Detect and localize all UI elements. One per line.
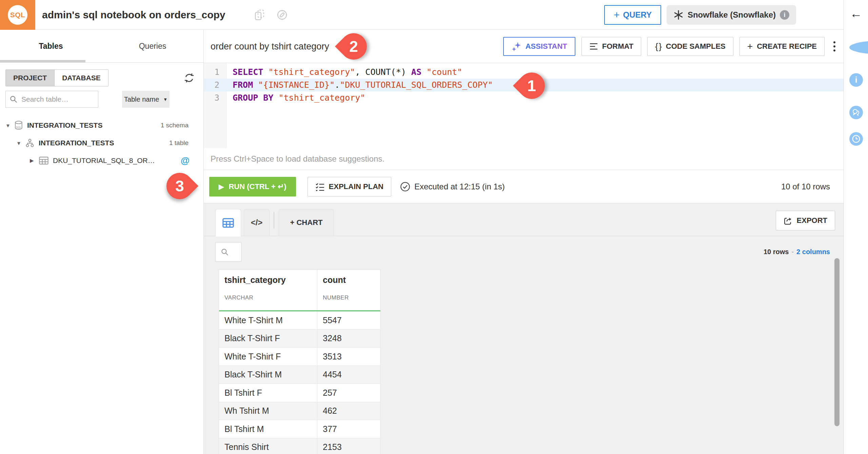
database-icon: SQL [14, 120, 23, 130]
explain-plan-button[interactable]: EXPLAIN PLAN [308, 177, 391, 197]
tab-queries[interactable]: Queries [102, 30, 203, 62]
code-lines: SELECT "tshirt_category", COUNT(*) AS "c… [233, 66, 493, 104]
tree-item-label: DKU_TUTORIAL_SQL_8_OR… [53, 157, 155, 165]
caret-down-icon[interactable]: ▼ [5, 123, 12, 128]
annotation-badge-1: 1 [513, 67, 550, 104]
checklist-icon [315, 182, 325, 191]
table-header: tshirt_category VARCHAR count NUMBER [219, 269, 380, 310]
editor-hint: Press Ctrl+Space to load database sugges… [204, 148, 844, 170]
braces-icon: { } [655, 41, 662, 52]
table-row[interactable]: White T-Shirt M5547 [219, 311, 380, 330]
caret-down-icon[interactable]: ▼ [16, 140, 23, 146]
connection-label: Snowflake (Snowflake) [688, 10, 776, 20]
assistant-button[interactable]: ASSISTANT [503, 37, 575, 56]
query-title[interactable]: order count by tshirt category [211, 30, 329, 63]
sort-dropdown[interactable]: Table name ▼ [122, 91, 170, 108]
check-circle-icon [400, 182, 410, 192]
export-icon [784, 216, 793, 225]
table-cell: 257 [317, 384, 380, 402]
tab-add-chart[interactable]: + CHART [279, 209, 334, 236]
right-rail: ← + i [844, 0, 868, 454]
info-panel-icon[interactable]: i [849, 73, 863, 87]
table-cell: 3513 [317, 348, 380, 366]
play-icon: ▶ [219, 183, 224, 191]
table-cell: Bl Tshirt M [219, 420, 317, 438]
connection-selector[interactable]: Snowflake (Snowflake) i [667, 5, 796, 25]
tree-item-table[interactable]: ▶ DKU_TUTORIAL_SQL_8_OR… @ [0, 154, 204, 167]
editor-gutter: 123 [204, 63, 226, 148]
more-options-icon[interactable] [831, 37, 838, 56]
export-button[interactable]: EXPORT [776, 211, 835, 230]
notebook-title: admin's sql notebook on orders_copy [42, 0, 225, 30]
table-row[interactable]: Bl Tshirt M377 [219, 420, 380, 438]
vertical-scrollbar[interactable] [834, 258, 840, 426]
run-button[interactable]: ▶ RUN (CTRL + ↵) [209, 177, 296, 197]
table-icon [39, 156, 49, 165]
table-cell: 5547 [317, 311, 380, 330]
column-header-count[interactable]: count NUMBER [317, 270, 380, 310]
table-cell: White T-Shirt F [219, 348, 317, 366]
table-cell: 2153 [317, 438, 380, 454]
table-cell: 377 [317, 420, 380, 438]
search-input[interactable] [21, 95, 89, 103]
tree-item-connection[interactable]: ▼ SQL INTEGRATION_TESTS 1 schema [0, 119, 204, 132]
table-cell: Bl Tshirt F [219, 384, 317, 402]
sql-logo-icon: SQL [8, 5, 27, 25]
plus-icon: + [747, 41, 753, 52]
results-search-box[interactable] [215, 242, 241, 262]
table-row[interactable]: White T-Shirt F3513 [219, 348, 380, 366]
code-line[interactable]: SELECT "tshirt_category", COUNT(*) AS "c… [233, 66, 493, 79]
table-cell: 462 [317, 402, 380, 420]
snowflake-icon [673, 10, 684, 20]
format-button[interactable]: FORMAT [581, 37, 641, 56]
table-row[interactable]: Wh Tshirt M462 [219, 402, 380, 420]
new-query-button[interactable]: + QUERY [604, 5, 661, 25]
schema-icon [25, 138, 35, 148]
results-toolbar: 10 rows - 2 columns [204, 236, 844, 268]
tree-item-schema[interactable]: ▼ INTEGRATION_TESTS 1 table [0, 136, 204, 150]
back-arrow-icon[interactable]: ← [844, 7, 868, 20]
tab-code-view[interactable]: </> [244, 209, 270, 236]
history-icon[interactable] [849, 132, 863, 146]
results-tab-bar: </> + CHART EXPORT [204, 203, 844, 236]
table-row[interactable]: Black T-Shirt M4454 [219, 366, 380, 384]
code-line[interactable]: GROUP BY "tshirt_category" [233, 91, 493, 104]
code-line[interactable]: FROM "{INSTANCE_ID}"."DKU_TUTORIAL_SQL_O… [233, 79, 493, 91]
table-row[interactable]: Bl Tshirt F257 [219, 384, 380, 402]
table-row[interactable]: Black T-Shirt F3248 [219, 330, 380, 348]
scope-toggle: PROJECT DATABASE [5, 69, 108, 86]
discussions-icon[interactable] [849, 106, 863, 119]
line-number: 2 [204, 79, 226, 91]
table-row[interactable]: Tennis Shirt2153 [219, 438, 380, 454]
refresh-icon[interactable] [183, 72, 195, 84]
scope-database-button[interactable]: DATABASE [54, 70, 108, 86]
add-icon[interactable]: + [849, 41, 868, 54]
create-recipe-button[interactable]: + CREATE RECIPE [739, 37, 825, 56]
sql-notebook-logo: SQL [0, 0, 35, 30]
column-header-tshirt-category[interactable]: tshirt_category VARCHAR [219, 270, 317, 310]
results-table: tshirt_category VARCHAR count NUMBER Whi… [219, 269, 380, 454]
info-icon[interactable]: i [780, 10, 789, 20]
scope-project-button[interactable]: PROJECT [6, 70, 54, 86]
compass-icon[interactable] [276, 9, 288, 21]
tree-item-meta: 1 table [169, 139, 189, 147]
annotation-badge-3: 3 [161, 167, 198, 205]
format-icon [589, 43, 598, 50]
table-cell: 3248 [317, 330, 380, 348]
tab-tables[interactable]: Tables [0, 30, 102, 62]
plus-icon: + [614, 9, 620, 21]
table-cell: Wh Tshirt M [219, 402, 317, 420]
mention-icon[interactable]: @ [181, 156, 190, 166]
copy-icon[interactable] [254, 9, 266, 21]
grid-icon [222, 218, 234, 228]
table-cell: Tennis Shirt [219, 438, 317, 454]
code-samples-button[interactable]: { } CODE SAMPLES [647, 37, 733, 56]
annotation-badge-2: 2 [335, 28, 372, 65]
table-cell: 4454 [317, 366, 380, 384]
results-table-body: White T-Shirt M5547Black T-Shirt F3248Wh… [219, 311, 380, 454]
svg-text:SQL: SQL [16, 126, 22, 129]
results-stats: 10 rows - 2 columns [764, 236, 830, 268]
tab-table-view[interactable] [215, 209, 241, 236]
columns-count-link[interactable]: 2 columns [796, 248, 830, 256]
caret-right-icon[interactable]: ▶ [30, 158, 37, 164]
